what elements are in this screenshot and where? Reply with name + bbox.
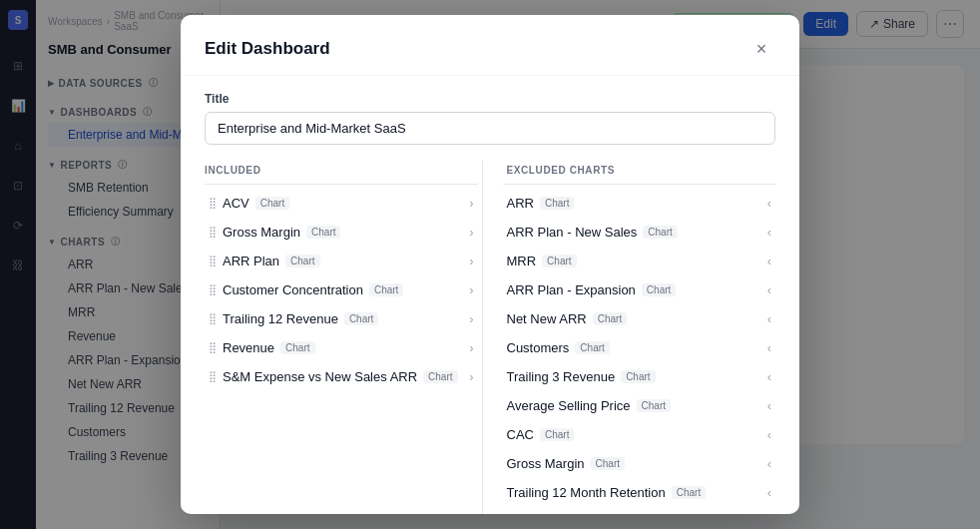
included-item-0[interactable]: ⣿ ACV Chart › (205, 189, 478, 218)
included-item-3[interactable]: ⣿ Customer Concentration Chart › (205, 275, 478, 304)
excluded-item-5[interactable]: Customers Chart ‹ (503, 333, 776, 362)
modal-close-button[interactable]: × (747, 35, 775, 63)
arrow-right-icon: › (469, 282, 473, 297)
arrow-left-icon: ‹ (767, 398, 771, 413)
column-divider (482, 161, 483, 514)
arrow-left-icon: ‹ (767, 254, 771, 268)
included-item-6[interactable]: ⣿ S&M Expense vs New Sales ARR Chart › (205, 362, 478, 391)
modal-body: Title INCLUDED ⣿ ACV Chart › ⣿ Gross Mar… (181, 76, 799, 514)
drag-handle-icon: ⣿ (209, 226, 217, 239)
excluded-item-3[interactable]: ARR Plan - Expansion Chart ‹ (503, 275, 776, 304)
arrow-left-icon: ‹ (767, 340, 771, 355)
excluded-item-9[interactable]: Gross Margin Chart ‹ (503, 449, 776, 478)
arrow-left-icon: ‹ (767, 225, 771, 240)
included-item-2[interactable]: ⣿ ARR Plan Chart › (205, 247, 478, 275)
modal-title: Edit Dashboard (205, 39, 330, 59)
drag-handle-icon: ⣿ (209, 197, 217, 210)
excluded-item-7[interactable]: Average Selling Price Chart ‹ (503, 391, 776, 420)
arrow-right-icon: › (469, 311, 473, 326)
excluded-item-2[interactable]: MRR Chart ‹ (503, 247, 776, 275)
included-item-4[interactable]: ⣿ Trailing 12 Revenue Chart › (205, 304, 478, 333)
arrow-right-icon: › (469, 369, 473, 384)
drag-handle-icon: ⣿ (209, 370, 217, 383)
arrow-right-icon: › (469, 254, 473, 268)
edit-dashboard-modal: Edit Dashboard × Title INCLUDED ⣿ ACV Ch… (181, 15, 799, 514)
arrow-left-icon: ‹ (767, 485, 771, 500)
included-item-5[interactable]: ⣿ Revenue Chart › (205, 333, 478, 362)
arrow-left-icon: ‹ (767, 427, 771, 442)
excluded-item-6[interactable]: Trailing 3 Revenue Chart ‹ (503, 362, 776, 391)
excluded-item-10[interactable]: Trailing 12 Month Retention Chart ‹ (503, 478, 776, 507)
arrow-right-icon: › (469, 340, 473, 355)
arrow-left-icon: ‹ (767, 196, 771, 211)
drag-handle-icon: ⣿ (209, 312, 217, 325)
arrow-right-icon: › (469, 196, 473, 211)
excluded-item-0[interactable]: ARR Chart ‹ (503, 189, 776, 218)
included-item-1[interactable]: ⣿ Gross Margin Chart › (205, 218, 478, 247)
arrow-right-icon: › (469, 225, 473, 240)
arrow-left-icon: ‹ (767, 456, 771, 471)
excluded-item-11[interactable]: Logo Retention by Cohort Chart ‹ (503, 507, 776, 514)
included-column-header: INCLUDED (205, 161, 478, 185)
excluded-item-4[interactable]: Net New ARR Chart ‹ (503, 304, 776, 333)
excluded-column-header: EXCLUDED CHARTS (503, 161, 776, 185)
drag-handle-icon: ⣿ (209, 255, 217, 267)
modal-overlay[interactable]: Edit Dashboard × Title INCLUDED ⣿ ACV Ch… (0, 0, 980, 529)
included-column: INCLUDED ⣿ ACV Chart › ⣿ Gross Margin Ch… (205, 161, 478, 514)
arrow-left-icon: ‹ (767, 311, 771, 326)
modal-header: Edit Dashboard × (181, 15, 799, 76)
drag-handle-icon: ⣿ (209, 341, 217, 354)
excluded-column: EXCLUDED CHARTS ARR Chart ‹ ARR Plan - N… (487, 161, 776, 514)
arrow-left-icon: ‹ (767, 282, 771, 297)
title-field-label: Title (205, 92, 775, 106)
columns-row: INCLUDED ⣿ ACV Chart › ⣿ Gross Margin Ch… (205, 161, 775, 514)
excluded-item-1[interactable]: ARR Plan - New Sales Chart ‹ (503, 218, 776, 247)
arrow-left-icon: ‹ (767, 369, 771, 384)
dashboard-title-input[interactable] (205, 112, 775, 145)
drag-handle-icon: ⣿ (209, 283, 217, 296)
excluded-item-8[interactable]: CAC Chart ‹ (503, 420, 776, 449)
